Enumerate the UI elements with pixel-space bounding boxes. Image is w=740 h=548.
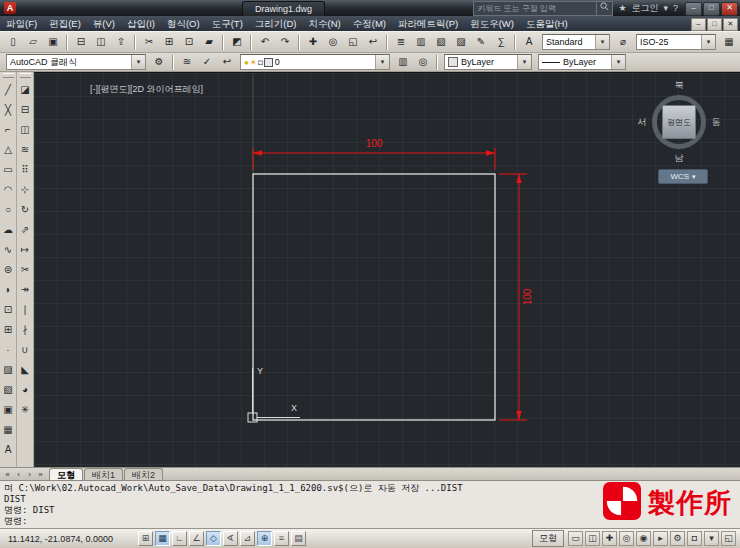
gradient-icon[interactable]: ▧: [0, 380, 16, 400]
polar-toggle[interactable]: ∠: [189, 531, 204, 546]
plot-icon[interactable]: ⊟: [72, 33, 91, 52]
toolbar-grab-handle[interactable]: [3, 73, 14, 78]
menu-item-7[interactable]: 치수(N): [303, 16, 347, 31]
doc-restore-button[interactable]: □: [707, 18, 722, 31]
move-icon[interactable]: ⊹: [17, 180, 33, 200]
wcs-menu[interactable]: WCS: [658, 169, 708, 184]
ellipse-arc-icon[interactable]: ◗: [0, 280, 16, 300]
tab-layout1[interactable]: 배치1: [84, 468, 123, 481]
properties-icon[interactable]: ≣: [392, 33, 411, 52]
save-icon[interactable]: ▣: [44, 33, 63, 52]
multiline-text-icon[interactable]: A: [0, 440, 16, 460]
ducs-toggle[interactable]: ⊿: [240, 531, 255, 546]
make-object-layer-current-icon[interactable]: ✓: [198, 53, 217, 72]
doc-close-button[interactable]: ✕: [723, 18, 738, 31]
menu-item-5[interactable]: 도구(T): [206, 16, 249, 31]
text-style-icon[interactable]: A: [520, 33, 539, 52]
layer-on-icon[interactable]: ●: [244, 58, 249, 67]
make-block-icon[interactable]: ⊞: [0, 320, 16, 340]
lwt-toggle[interactable]: ≡: [274, 531, 289, 546]
search-input[interactable]: [474, 3, 596, 14]
arc-icon[interactable]: ◠: [0, 180, 16, 200]
markup-set-manager-icon[interactable]: ✎: [472, 33, 491, 52]
array-icon[interactable]: ⠿: [17, 160, 33, 180]
table-style-icon[interactable]: ▦: [720, 33, 739, 52]
construction-line-icon[interactable]: ╳: [0, 100, 16, 120]
menu-item-3[interactable]: 삽입(I): [121, 16, 161, 31]
workspace-combo[interactable]: AutoCAD 클래식: [6, 54, 146, 70]
app-icon[interactable]: A: [4, 2, 16, 14]
viewcube-east[interactable]: 동: [708, 116, 724, 129]
search-box[interactable]: [473, 1, 613, 16]
snap-toggle[interactable]: ⊞: [138, 531, 153, 546]
rotate-icon[interactable]: ↻: [17, 200, 33, 220]
layer-previous-icon[interactable]: ↩: [218, 53, 237, 72]
explode-icon[interactable]: ✳: [17, 400, 33, 420]
chevron-down-icon[interactable]: [375, 55, 389, 69]
viewcube-south[interactable]: 남: [671, 152, 687, 165]
chevron-down-icon[interactable]: ▾: [663, 3, 668, 13]
tab-first-icon[interactable]: «: [2, 470, 13, 479]
clean-screen-icon[interactable]: ◱: [721, 531, 736, 546]
menu-item-10[interactable]: 윈도우(W): [464, 16, 520, 31]
toolbar-lock-icon[interactable]: ◘: [687, 531, 702, 546]
viewcube-face[interactable]: 평면도: [662, 105, 696, 139]
ellipse-icon[interactable]: ⊜: [0, 260, 16, 280]
menu-item-2[interactable]: 뷰(V): [87, 16, 121, 31]
spline-icon[interactable]: ∿: [0, 240, 16, 260]
mirror-icon[interactable]: ◫: [17, 120, 33, 140]
paste-icon[interactable]: ⊡: [180, 33, 199, 52]
dyn-toggle[interactable]: ⊕: [257, 531, 272, 546]
quick-view-drawings-icon[interactable]: ◫: [585, 531, 600, 546]
scale-icon[interactable]: ⇗: [17, 220, 33, 240]
table-icon[interactable]: ▦: [0, 420, 16, 440]
layer-combo[interactable]: ●☀◘■ 0: [240, 54, 390, 70]
ortho-toggle[interactable]: ∟: [172, 531, 187, 546]
menu-item-8[interactable]: 수정(M): [347, 16, 392, 31]
rectangle-object[interactable]: [253, 174, 495, 420]
chevron-down-icon[interactable]: [701, 35, 715, 49]
menu-item-1[interactable]: 편집(E): [43, 16, 87, 31]
model-space-button[interactable]: 모형: [532, 530, 564, 547]
drawing-canvas[interactable]: [-][평면도][2D 와이어프레임] 100 1: [34, 72, 740, 468]
tab-layout2[interactable]: 배치2: [124, 468, 163, 481]
designcenter-icon[interactable]: ▥: [412, 33, 431, 52]
offset-icon[interactable]: ≋: [17, 140, 33, 160]
layer-states-manager-icon[interactable]: ▥: [394, 53, 413, 72]
redo-icon[interactable]: ↷: [276, 33, 295, 52]
polyline-icon[interactable]: ⌐: [0, 120, 16, 140]
toolbar-grab-handle[interactable]: [20, 73, 31, 78]
minimize-button[interactable]: –: [685, 2, 702, 16]
menu-item-4[interactable]: 형식(O): [161, 16, 206, 31]
rectangle-icon[interactable]: ▭: [0, 160, 16, 180]
plot-preview-icon[interactable]: ◫: [92, 33, 111, 52]
zoom-status-icon[interactable]: ◎: [619, 531, 634, 546]
menu-item-0[interactable]: 파일(F): [0, 16, 43, 31]
stretch-icon[interactable]: ↦: [17, 240, 33, 260]
trim-icon[interactable]: ✂: [17, 260, 33, 280]
layer-isolate-icon[interactable]: ◎: [414, 53, 433, 72]
undo-icon[interactable]: ↶: [256, 33, 275, 52]
layer-properties-manager-icon[interactable]: ≋: [178, 53, 197, 72]
dim-style-icon[interactable]: ⌀: [614, 33, 633, 52]
insert-block-icon[interactable]: ⊡: [0, 300, 16, 320]
viewcube-west[interactable]: 서: [634, 116, 650, 129]
region-icon[interactable]: ▣: [0, 400, 16, 420]
chevron-down-icon[interactable]: [611, 55, 625, 69]
match-properties-icon[interactable]: ▰: [200, 33, 219, 52]
linetype-combo[interactable]: ByLayer: [538, 54, 626, 70]
chevron-down-icon[interactable]: [595, 35, 609, 49]
doc-minimize-button[interactable]: –: [691, 18, 706, 31]
zoom-window-icon[interactable]: ◱: [344, 33, 363, 52]
search-icon[interactable]: [596, 2, 612, 15]
color-combo[interactable]: ByLayer: [444, 54, 532, 70]
grid-toggle[interactable]: ▦: [155, 531, 170, 546]
chevron-down-icon[interactable]: [517, 55, 531, 69]
layer-freeze-icon[interactable]: ☀: [250, 58, 257, 67]
steering-wheel-icon[interactable]: ◉: [636, 531, 651, 546]
circle-icon[interactable]: ○: [0, 200, 16, 220]
join-icon[interactable]: ∪: [17, 340, 33, 360]
menu-item-11[interactable]: 도움말(H): [520, 16, 574, 31]
osnap-toggle[interactable]: ◇: [206, 531, 221, 546]
chamfer-icon[interactable]: ◣: [17, 360, 33, 380]
